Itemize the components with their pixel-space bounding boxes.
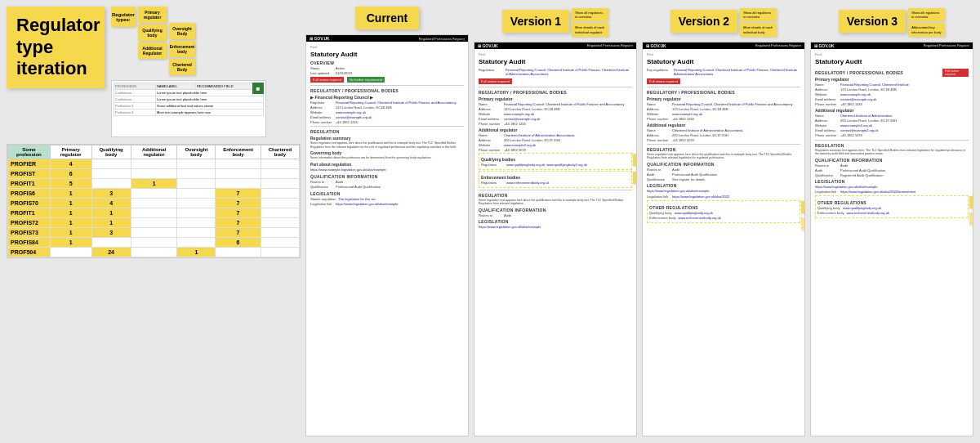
v2-sticky2: More details of each individual body: [740, 23, 777, 36]
top-row: Regulator type iteration Regulator types…: [7, 7, 301, 137]
v1-gov-header: ⊞ GOV.UK Regulated Professions Register: [474, 43, 636, 49]
qualifying-bodies-sticky: Qualifying bodies: [633, 154, 637, 167]
col-chartered: Chartered body: [261, 145, 299, 159]
v2-qualifying-sticky: Qualifying bodies: [801, 201, 805, 214]
gov-header: ⊞ GOV.UK Regulated Professions Register: [306, 35, 468, 42]
v3-qualifying-sticky: Qualifying bodies: [969, 196, 973, 209]
v2-sticky1: Show all regulators in overview: [740, 8, 777, 21]
grid-section: Some profession Primary regulator Qualif…: [7, 144, 301, 258]
full-review-button[interactable]: Full review required: [310, 77, 344, 83]
v1-sticky1: Show all regulators in overview: [572, 8, 608, 21]
spreadsheet-icon: ■: [252, 83, 264, 94]
version3-label: Version 3: [847, 15, 898, 28]
version1-section: Version 1 Show all regulators in overvie…: [474, 7, 637, 436]
v2-enforcement-sticky: Enforcement bodies: [801, 217, 805, 230]
v1-sticky2: More details of each individual regulato…: [572, 23, 608, 36]
version3-section: Version 3 Show all regulators in overvie…: [810, 7, 973, 436]
table-row: PROFIS70 1 4 7: [8, 199, 300, 208]
version1-page-preview: ⊞ GOV.UK Regulated Professions Register …: [474, 42, 637, 436]
table-row: PROFIS84 1 6: [8, 238, 300, 248]
enforcement-bodies-box: Enforcement bodies Regulators www.enforc…: [479, 171, 632, 188]
v2-page-content: Find Statutory Audit Key regulators Fina…: [643, 49, 804, 227]
version2-title-sticky: Version 2: [670, 10, 737, 33]
version3-title-sticky: Version 3: [839, 10, 906, 33]
v2-full-review-button[interactable]: Full review required: [647, 78, 680, 84]
table-row: PROFIT1 5 1: [8, 179, 300, 189]
v3-sticky1: Show all regulators in overview: [908, 8, 945, 21]
current-page-preview: ⊞ GOV.UK Regulated Professions Register …: [305, 34, 469, 436]
version2-section: Version 2 Show all regulators in overvie…: [642, 7, 805, 436]
table-row: PROFIS73 1 3 7: [8, 228, 300, 238]
col-oversight: Oversight body: [177, 145, 216, 159]
v2-gov-header: ⊞ GOV.UK Regulated Professions Register: [643, 43, 804, 49]
current-section: Current ⊞ GOV.UK Regulated Professions R…: [305, 7, 469, 436]
table-row: PROFIS72 1 1 7: [8, 218, 300, 228]
no-further-button[interactable]: No further requirement: [347, 77, 385, 83]
col-qualifying: Qualifying body: [91, 145, 131, 159]
chartered-body-sticky: Chartered Body: [169, 59, 195, 75]
table-row: PROFIS6 1 3 7: [8, 189, 300, 199]
table-row: PROFIT1 1 1 7: [8, 208, 300, 218]
version2-label: Version 2: [679, 15, 729, 28]
sticky-notes-col: Regulator types: Primary regulator Quali…: [111, 7, 266, 137]
current-label: Current: [367, 11, 408, 25]
version3-page-preview: ⊞ GOV.UK Regulated Professions Register …: [810, 42, 973, 436]
v3-sticky2: Abbreviated key information per body: [908, 23, 945, 36]
qualifying-body-sticky: Qualifying body: [138, 25, 167, 41]
enforcement-body-sticky: Enforcement body: [169, 41, 195, 57]
v3-page-content: Find Statutory Audit REGULATORY / PROFES…: [811, 49, 973, 222]
version1-title-sticky: Version 1: [502, 10, 569, 33]
v3-gov-header: ⊞ GOV.UK Regulated Professions Register: [811, 43, 973, 49]
qualifying-bodies-box: Qualifying bodies Regulators www.qualify…: [479, 153, 632, 170]
versions-container: Current ⊞ GOV.UK Regulated Professions R…: [305, 7, 973, 436]
enforcement-bodies-sticky: Enforcement bodies: [633, 172, 637, 185]
title-sticky: Regulator type iteration: [7, 7, 105, 88]
current-title-sticky: Current: [355, 7, 420, 29]
version1-label: Version 1: [510, 15, 561, 28]
col-profession: Some profession: [8, 145, 51, 159]
additional-regulator-sticky: Additional Regulator: [138, 43, 167, 59]
primary-regulator-sticky: Primary regulator: [138, 7, 167, 23]
spreadsheet-preview: PROFESSIONNAME/LABELRECOMMENDED FIELD Co…: [111, 80, 266, 137]
v1-full-review-button[interactable]: Full review required: [479, 78, 512, 84]
v3-full-review[interactable]: Full review required: [942, 69, 969, 77]
table-row: PROF504 24 1: [8, 248, 300, 257]
table-row: PROFIST 6: [8, 169, 300, 179]
breadcrumb: Find: [310, 45, 464, 49]
main-container: Regulator type iteration Regulator types…: [0, 0, 980, 443]
v3-enforcement-sticky: Enforcement bodies: [969, 213, 973, 226]
table-row: PROFIER 4: [8, 159, 300, 169]
left-section: Regulator type iteration Regulator types…: [7, 7, 301, 436]
page-content: Find Statutory Audit OVERVIEW Status Act…: [306, 42, 468, 210]
title-text: Regulator type iteration: [16, 15, 100, 79]
col-primary: Primary regulator: [50, 145, 91, 159]
v3-other-regs-box: OTHER REGULATIONS Qualifying body www.qu…: [815, 195, 969, 218]
v1-page-content: Find Statutory Audit Regulators Financia…: [474, 49, 636, 232]
col-additional: Additional regulator: [131, 145, 177, 159]
grid-table: Some profession Primary regulator Qualif…: [7, 145, 300, 257]
regulator-types-sticky: Regulator types:: [111, 7, 136, 27]
oversight-body-sticky: Oversight Body: [169, 23, 195, 39]
col-enforcement: Enforcement body: [216, 145, 261, 159]
version2-page-preview: ⊞ GOV.UK Regulated Professions Register …: [642, 42, 805, 436]
page-title: Statutory Audit: [310, 51, 464, 58]
v2-other-regs-box: OTHER REGULATIONS Qualifying body www.qu…: [647, 200, 800, 223]
